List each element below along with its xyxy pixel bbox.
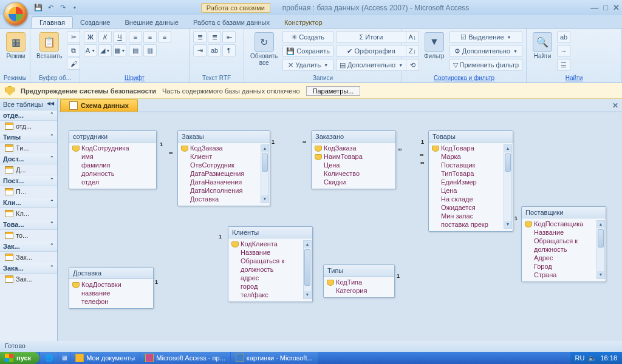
table-sotrudniki[interactable]: сотрудники КодСотрудникаимяфамилиядолжно…	[69, 130, 157, 189]
navpane-item[interactable]: то...	[0, 230, 57, 241]
table-field[interactable]: Мин запас	[430, 212, 511, 220]
close-button[interactable]: ✕	[613, 3, 620, 12]
filter-button[interactable]: ▼Фильтр	[422, 31, 447, 61]
cut-icon[interactable]: ✂	[67, 31, 80, 43]
maximize-button[interactable]: □	[603, 3, 608, 12]
document-tab-schema[interactable]: Схема данных	[60, 99, 138, 112]
navpane-group[interactable]: Това...⌃	[0, 220, 57, 230]
align-right-icon[interactable]: ≡	[158, 31, 171, 43]
navpane-item[interactable]: Кл...	[0, 208, 57, 220]
taskbar-item[interactable]: картинки - Microsoft...	[230, 352, 318, 364]
table-field[interactable]: КодЗаказа	[179, 144, 268, 152]
tab-home[interactable]: Главная	[32, 16, 73, 28]
outdent-icon[interactable]: ⇥	[193, 44, 207, 56]
scrollbar[interactable]: ▲▼	[596, 220, 605, 279]
taskbar-item[interactable]: Microsoft Access - пр...	[140, 352, 230, 364]
table-field[interactable]: Доставка	[179, 195, 268, 203]
table-field[interactable]: Город	[523, 262, 604, 271]
scrollbar[interactable]: ▲▼	[261, 144, 269, 203]
gridlines-icon[interactable]: ▦▼	[113, 44, 126, 56]
office-button[interactable]	[4, 2, 28, 26]
table-field[interactable]: Поставщик	[430, 161, 511, 169]
copy-icon[interactable]: ⧉	[67, 44, 80, 56]
table-field[interactable]: Категория	[325, 286, 393, 295]
clear-sort-icon[interactable]: ⟲	[406, 59, 419, 71]
scrollbar[interactable]: ▲▼	[504, 144, 512, 229]
navpane-group[interactable]: отде...⌃	[0, 110, 57, 121]
scrollbar[interactable]: ▲▼	[303, 240, 312, 299]
table-field[interactable]: ОтвСотрудник	[179, 161, 268, 169]
advanced-filter-button[interactable]: ⚙ Дополнительно▼	[449, 45, 523, 57]
table-field[interactable]: КодКлиента	[230, 240, 311, 248]
view-button[interactable]: ▦Режим	[4, 31, 28, 61]
alt-row-icon[interactable]: ▤	[129, 44, 142, 56]
list-icon[interactable]: ≣	[193, 31, 207, 43]
table-field[interactable]: Название	[230, 248, 311, 257]
table-field[interactable]: Цена	[313, 161, 394, 169]
toggle-filter-button[interactable]: ▽ Применить фильтр	[449, 59, 523, 71]
chevron-icon[interactable]: ◀◀	[47, 101, 54, 108]
table-field[interactable]: Название	[523, 228, 604, 237]
group-label-sort[interactable]: Сортировка и фильтр	[406, 74, 522, 83]
table-tovary[interactable]: Товары КодТовараМаркаПоставщикТипТовараЕ…	[428, 130, 513, 232]
align-left-icon[interactable]: ≡	[129, 31, 142, 43]
navpane-item[interactable]: Зак...	[0, 252, 57, 263]
table-field[interactable]: должность	[70, 169, 155, 178]
table-postavshiki[interactable]: Поставщики КодПоставщикаНазваниеОбращать…	[521, 206, 606, 282]
navpane-item[interactable]: отд...	[0, 121, 57, 132]
security-options-button[interactable]: Параметры...	[306, 86, 361, 96]
rtf-more-icon[interactable]: ¶	[222, 44, 236, 56]
format-painter-icon[interactable]: 🖌	[67, 58, 80, 70]
tab-create[interactable]: Создание	[73, 17, 118, 28]
navpane-group[interactable]: Кли...⌃	[0, 198, 57, 208]
tab-dbwork[interactable]: Работа с базами данных	[186, 17, 277, 28]
replace-icon[interactable]: ab	[557, 31, 570, 43]
sort-asc-icon[interactable]: A↓	[406, 31, 419, 43]
tray-icon[interactable]: 🔈	[588, 354, 596, 362]
table-field[interactable]: должность	[523, 245, 604, 254]
indent-icon[interactable]: ⇤	[222, 31, 236, 43]
selection-filter-button[interactable]: ☑ Выделение▼	[449, 31, 523, 43]
quick-launch[interactable]: 🖥	[58, 352, 70, 364]
table-field[interactable]: КодЗаказа	[313, 144, 394, 152]
paste-button[interactable]: 📋Вставить	[34, 31, 64, 61]
table-field[interactable]: ДатаИсполнения	[179, 186, 268, 195]
table-field[interactable]: поставка прекр	[430, 220, 511, 229]
totals-button[interactable]: Σ Итоги	[336, 31, 406, 43]
navpane-item[interactable]: Ти...	[0, 143, 57, 154]
table-field[interactable]: КодПоставщика	[523, 220, 604, 228]
undo-icon[interactable]: ↶	[46, 3, 55, 13]
underline-button[interactable]: Ч	[113, 31, 126, 43]
table-field[interactable]: КодТовара	[430, 144, 511, 152]
navpane-item[interactable]: Зак...	[0, 274, 57, 285]
tab-external[interactable]: Внешние данные	[118, 17, 186, 28]
table-field[interactable]: КодСотрудника	[70, 144, 155, 152]
select-icon[interactable]: ☰	[557, 59, 570, 71]
group-label-font[interactable]: Шрифт	[84, 74, 185, 83]
table-field[interactable]: КодТипа	[325, 278, 393, 286]
save-record-button[interactable]: 💾 Сохранить	[282, 45, 333, 57]
new-record-button[interactable]: ✳ Создать	[282, 31, 333, 43]
goto-icon[interactable]: →	[557, 45, 570, 57]
table-field[interactable]: Страна	[523, 271, 604, 279]
table-field[interactable]: тел/факс	[230, 291, 311, 299]
table-field[interactable]: Количество	[313, 169, 394, 178]
table-field[interactable]: фамилия	[70, 161, 155, 169]
bold-button[interactable]: Ж	[84, 31, 97, 43]
relationship-canvas[interactable]: сотрудники КодСотрудникаимяфамилиядолжно…	[58, 112, 622, 341]
more-records-button[interactable]: ▤ Дополнительно▼	[336, 59, 406, 71]
qat-dropdown-icon[interactable]: ▼	[70, 3, 80, 13]
delete-record-button[interactable]: ✕ Удалить▼	[282, 59, 333, 71]
numlist-icon[interactable]: ≣	[208, 31, 221, 43]
navpane-group[interactable]: Дост...⌃	[0, 154, 57, 164]
table-field[interactable]: ДатаНазначения	[179, 178, 268, 186]
table-field[interactable]: Обращаться к	[523, 237, 604, 245]
table-field[interactable]: город	[230, 282, 311, 291]
table-tipy[interactable]: Типы КодТипаКатегория	[323, 265, 395, 298]
navigation-pane[interactable]: Все таблицы◀◀ отде...⌃отд...Типы⌃Ти...До…	[0, 99, 58, 341]
table-field[interactable]: Цена	[430, 186, 511, 195]
refresh-button[interactable]: ↻Обновить все	[248, 31, 280, 67]
spelling-button[interactable]: ✔ Орфография	[336, 45, 406, 57]
fill-color-icon[interactable]: ◢▼	[98, 44, 112, 56]
navpane-header[interactable]: Все таблицы◀◀	[0, 99, 57, 110]
